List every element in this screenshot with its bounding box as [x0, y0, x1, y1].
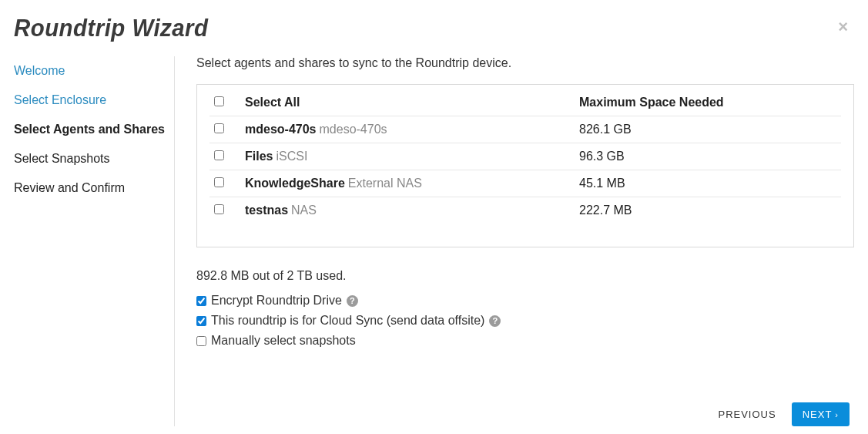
- help-icon[interactable]: ?: [489, 315, 501, 327]
- row-name-cell: KnowledgeShareExternal NAS: [245, 177, 579, 190]
- option-encrypt-row: Encrypt Roundtrip Drive ?: [196, 294, 854, 308]
- table-row: mdeso-470smdeso-470s826.1 GB: [209, 116, 841, 143]
- manual-snapshots-label: Manually select snapshots: [211, 334, 356, 348]
- row-size-cell: 96.3 GB: [579, 150, 841, 163]
- row-name-cell: mdeso-470smdeso-470s: [245, 123, 579, 136]
- agent-name: mdeso-470s: [245, 123, 317, 136]
- next-button-label: NEXT: [803, 409, 833, 420]
- row-checkbox-cell: [209, 150, 245, 163]
- chevron-right-icon: ›: [835, 410, 839, 419]
- main-panel: Select agents and shares to sync to the …: [175, 56, 854, 426]
- manual-snapshots-checkbox[interactable]: [196, 336, 206, 346]
- sidebar-step-4[interactable]: Review and Confirm: [14, 173, 165, 203]
- sidebar-step-1[interactable]: Select Enclosure: [14, 86, 165, 115]
- sidebar-step-3[interactable]: Select Snapshots: [14, 144, 165, 173]
- previous-button[interactable]: PREVIOUS: [718, 409, 776, 420]
- footer: PREVIOUS NEXT ›: [196, 387, 854, 426]
- option-manual-snapshots-row: Manually select snapshots: [196, 334, 854, 348]
- row-size-cell: 222.7 MB: [579, 204, 841, 217]
- encrypt-label: Encrypt Roundtrip Drive: [211, 294, 342, 308]
- usage-text: 892.8 MB out of 2 TB used.: [196, 269, 854, 283]
- row-checkbox[interactable]: [214, 150, 224, 160]
- agent-subtype: External NAS: [348, 177, 422, 190]
- agents-table: Select All Maximum Space Needed mdeso-47…: [196, 84, 854, 247]
- select-all-checkbox-cell: [209, 96, 245, 109]
- help-icon[interactable]: ?: [347, 295, 358, 307]
- dialog-body: WelcomeSelect EnclosureSelect Agents and…: [14, 56, 854, 426]
- table-row: testnasNAS222.7 MB: [209, 197, 841, 224]
- agent-name: Files: [245, 150, 273, 163]
- table-row: KnowledgeShareExternal NAS45.1 MB: [209, 170, 841, 197]
- row-checkbox-cell: [209, 177, 245, 190]
- row-checkbox[interactable]: [214, 204, 224, 214]
- agent-name: KnowledgeShare: [245, 177, 345, 190]
- option-cloud-sync-row: This roundtrip is for Cloud Sync (send d…: [196, 314, 854, 328]
- sidebar-step-0[interactable]: Welcome: [14, 56, 165, 86]
- wizard-dialog: Roundtrip Wizard × WelcomeSelect Enclosu…: [0, 0, 868, 434]
- row-checkbox[interactable]: [214, 123, 224, 133]
- close-icon[interactable]: ×: [838, 19, 848, 35]
- next-button[interactable]: NEXT ›: [792, 402, 850, 426]
- instruction-text: Select agents and shares to sync to the …: [196, 56, 854, 70]
- table-header-row: Select All Maximum Space Needed: [209, 89, 841, 116]
- row-name-cell: FilesiSCSI: [245, 150, 579, 163]
- cloud-sync-label: This roundtrip is for Cloud Sync (send d…: [211, 314, 484, 328]
- row-size-cell: 45.1 MB: [579, 177, 841, 190]
- agent-subtype: mdeso-470s: [320, 123, 387, 136]
- row-name-cell: testnasNAS: [245, 204, 579, 217]
- row-size-cell: 826.1 GB: [579, 123, 841, 136]
- cloud-sync-checkbox[interactable]: [196, 316, 206, 326]
- wizard-steps-sidebar: WelcomeSelect EnclosureSelect Agents and…: [14, 56, 175, 426]
- agent-name: testnas: [245, 204, 288, 217]
- agent-subtype: NAS: [291, 204, 317, 217]
- dialog-title: Roundtrip Wizard: [14, 14, 787, 42]
- header-select-all: Select All: [245, 96, 579, 109]
- sidebar-step-2[interactable]: Select Agents and Shares: [14, 115, 165, 144]
- header-space-needed: Maximum Space Needed: [579, 96, 841, 109]
- row-checkbox[interactable]: [214, 177, 224, 187]
- encrypt-checkbox[interactable]: [196, 296, 206, 306]
- row-checkbox-cell: [209, 204, 245, 217]
- row-checkbox-cell: [209, 123, 245, 136]
- select-all-checkbox[interactable]: [214, 96, 224, 106]
- table-row: FilesiSCSI96.3 GB: [209, 143, 841, 170]
- agent-subtype: iSCSI: [276, 150, 307, 163]
